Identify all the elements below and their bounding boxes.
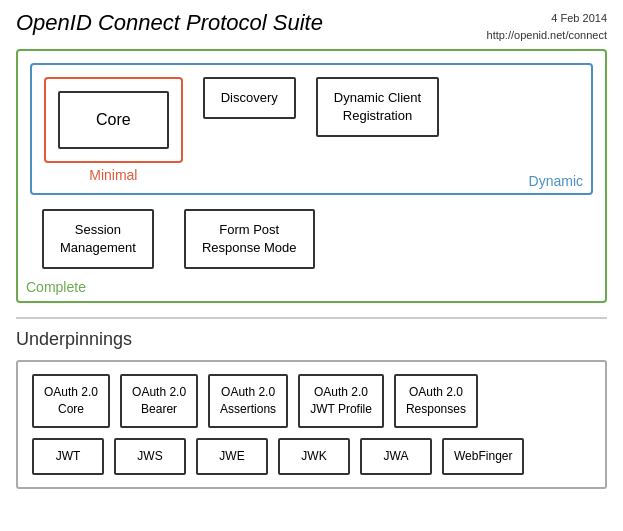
minimal-box: Core Minimal (44, 77, 183, 163)
list-item: JWA (360, 438, 432, 475)
list-item: OAuth 2.0JWT Profile (298, 374, 384, 428)
core-label: Core (96, 111, 131, 128)
underpinnings-box: OAuth 2.0Core OAuth 2.0Bearer OAuth 2.0A… (16, 360, 607, 488)
header-right: 4 Feb 2014 http://openid.net/connect (487, 10, 607, 43)
list-item: OAuth 2.0Responses (394, 374, 478, 428)
underpinnings-title: Underpinnings (16, 329, 607, 350)
header-date: 4 Feb 2014 (487, 10, 607, 27)
minimal-label: Minimal (89, 167, 137, 183)
list-item: OAuth 2.0Bearer (120, 374, 198, 428)
header-url: http://openid.net/connect (487, 27, 607, 44)
complete-box: Core Minimal Discovery Dynamic ClientReg… (16, 49, 607, 303)
discovery-box: Discovery (203, 77, 296, 119)
session-label: SessionManagement (60, 222, 136, 255)
dcr-box: Dynamic ClientRegistration (316, 77, 439, 137)
form-post-label: Form PostResponse Mode (202, 222, 297, 255)
dynamic-top-row: Core Minimal Discovery Dynamic ClientReg… (44, 77, 579, 167)
list-item: JWS (114, 438, 186, 475)
underpinnings-section: Underpinnings OAuth 2.0Core OAuth 2.0Bea… (16, 317, 607, 488)
main-title: OpenID Connect Protocol Suite (16, 10, 323, 36)
list-item: JWT (32, 438, 104, 475)
underpinnings-row-1: OAuth 2.0Core OAuth 2.0Bearer OAuth 2.0A… (32, 374, 591, 428)
discovery-label: Discovery (221, 90, 278, 105)
dynamic-box: Core Minimal Discovery Dynamic ClientReg… (30, 63, 593, 195)
complete-label: Complete (26, 279, 86, 295)
list-item: JWK (278, 438, 350, 475)
list-item: OAuth 2.0Core (32, 374, 110, 428)
list-item: JWE (196, 438, 268, 475)
core-box: Core (58, 91, 169, 149)
dynamic-right-boxes: Discovery Dynamic ClientRegistration (203, 77, 579, 137)
session-management-box: SessionManagement (42, 209, 154, 269)
dcr-label: Dynamic ClientRegistration (334, 90, 421, 123)
list-item: OAuth 2.0Assertions (208, 374, 288, 428)
complete-bottom-row: SessionManagement Form PostResponse Mode (30, 209, 593, 269)
underpinnings-row-2: JWT JWS JWE JWK JWA WebFinger (32, 438, 591, 475)
dynamic-label: Dynamic (529, 173, 583, 189)
form-post-box: Form PostResponse Mode (184, 209, 315, 269)
header: OpenID Connect Protocol Suite 4 Feb 2014… (16, 10, 607, 43)
list-item: WebFinger (442, 438, 524, 475)
dynamic-left: Core Minimal (44, 77, 183, 167)
